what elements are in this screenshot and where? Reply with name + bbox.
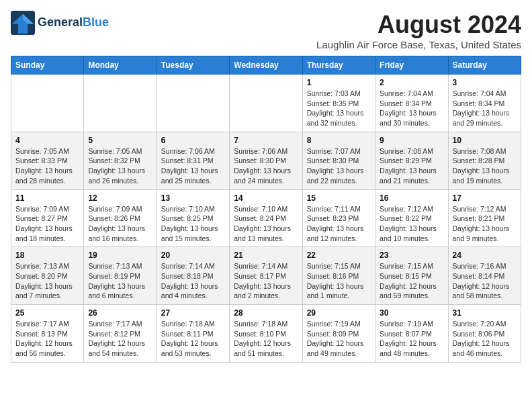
day-info: Sunrise: 7:08 AMSunset: 8:29 PMDaylight:… xyxy=(380,146,443,186)
day-number: 12 xyxy=(88,193,152,203)
day-number: 11 xyxy=(15,193,79,203)
calendar-cell: 14Sunrise: 7:10 AMSunset: 8:24 PMDayligh… xyxy=(230,189,302,247)
day-number: 15 xyxy=(307,193,371,203)
calendar-week-1: 1Sunrise: 7:03 AMSunset: 8:35 PMDaylight… xyxy=(11,75,521,132)
logo-icon xyxy=(11,11,35,35)
day-info: Sunrise: 7:04 AMSunset: 8:34 PMDaylight:… xyxy=(380,89,443,128)
day-number: 26 xyxy=(88,308,152,318)
day-info: Sunrise: 7:05 AMSunset: 8:33 PMDaylight:… xyxy=(15,146,79,186)
day-info: Sunrise: 7:19 AMSunset: 8:07 PMDaylight:… xyxy=(380,319,443,359)
calendar-cell: 12Sunrise: 7:09 AMSunset: 8:26 PMDayligh… xyxy=(84,189,157,247)
calendar-cell: 20Sunrise: 7:14 AMSunset: 8:18 PMDayligh… xyxy=(157,247,229,305)
header-day-friday: Friday xyxy=(375,56,448,75)
day-number: 5 xyxy=(88,136,152,145)
calendar-cell: 26Sunrise: 7:17 AMSunset: 8:12 PMDayligh… xyxy=(84,305,157,363)
day-number: 6 xyxy=(161,136,225,145)
calendar-cell xyxy=(157,75,229,132)
day-info: Sunrise: 7:12 AMSunset: 8:22 PMDaylight:… xyxy=(380,204,443,244)
day-number: 14 xyxy=(234,193,298,203)
day-info: Sunrise: 7:15 AMSunset: 8:16 PMDaylight:… xyxy=(307,261,371,301)
day-number: 10 xyxy=(453,136,517,145)
day-info: Sunrise: 7:08 AMSunset: 8:28 PMDaylight:… xyxy=(453,146,517,186)
page-header: GeneralBlue August 2024 Laughlin Air For… xyxy=(11,11,521,50)
header-row: SundayMondayTuesdayWednesdayThursdayFrid… xyxy=(11,56,521,75)
header-day-thursday: Thursday xyxy=(302,56,375,75)
calendar-cell: 17Sunrise: 7:12 AMSunset: 8:21 PMDayligh… xyxy=(448,189,521,247)
calendar-cell: 4Sunrise: 7:05 AMSunset: 8:33 PMDaylight… xyxy=(11,132,84,189)
day-info: Sunrise: 7:16 AMSunset: 8:14 PMDaylight:… xyxy=(453,261,517,301)
day-number: 24 xyxy=(453,250,517,260)
calendar-cell: 31Sunrise: 7:20 AMSunset: 8:06 PMDayligh… xyxy=(448,305,521,363)
calendar-cell: 8Sunrise: 7:07 AMSunset: 8:30 PMDaylight… xyxy=(302,132,375,189)
day-info: Sunrise: 7:14 AMSunset: 8:18 PMDaylight:… xyxy=(161,261,225,301)
day-number: 17 xyxy=(453,193,517,203)
calendar-week-3: 11Sunrise: 7:09 AMSunset: 8:27 PMDayligh… xyxy=(11,189,521,247)
day-info: Sunrise: 7:10 AMSunset: 8:24 PMDaylight:… xyxy=(234,204,298,244)
day-info: Sunrise: 7:06 AMSunset: 8:31 PMDaylight:… xyxy=(161,146,225,186)
title-block: August 2024 Laughlin Air Force Base, Tex… xyxy=(316,11,521,50)
calendar-cell: 13Sunrise: 7:10 AMSunset: 8:25 PMDayligh… xyxy=(157,189,229,247)
calendar-cell: 9Sunrise: 7:08 AMSunset: 8:29 PMDaylight… xyxy=(375,132,448,189)
day-number: 29 xyxy=(307,308,371,318)
day-number: 22 xyxy=(307,250,371,260)
calendar-header: SundayMondayTuesdayWednesdayThursdayFrid… xyxy=(11,56,521,75)
month-year: August 2024 xyxy=(316,11,521,39)
day-number: 3 xyxy=(453,78,517,87)
day-number: 31 xyxy=(453,308,517,318)
calendar-cell: 29Sunrise: 7:19 AMSunset: 8:09 PMDayligh… xyxy=(302,305,375,363)
calendar-cell: 15Sunrise: 7:11 AMSunset: 8:23 PMDayligh… xyxy=(302,189,375,247)
calendar-cell: 24Sunrise: 7:16 AMSunset: 8:14 PMDayligh… xyxy=(448,247,521,305)
calendar-cell: 18Sunrise: 7:13 AMSunset: 8:20 PMDayligh… xyxy=(11,247,84,305)
day-number: 1 xyxy=(307,78,371,87)
day-info: Sunrise: 7:07 AMSunset: 8:30 PMDaylight:… xyxy=(307,146,371,186)
header-day-tuesday: Tuesday xyxy=(157,56,229,75)
day-info: Sunrise: 7:17 AMSunset: 8:12 PMDaylight:… xyxy=(88,319,152,359)
calendar-cell: 21Sunrise: 7:14 AMSunset: 8:17 PMDayligh… xyxy=(230,247,302,305)
day-info: Sunrise: 7:18 AMSunset: 8:10 PMDaylight:… xyxy=(234,319,298,359)
header-day-sunday: Sunday xyxy=(11,56,84,75)
calendar-cell: 22Sunrise: 7:15 AMSunset: 8:16 PMDayligh… xyxy=(302,247,375,305)
day-info: Sunrise: 7:06 AMSunset: 8:30 PMDaylight:… xyxy=(234,146,298,186)
day-number: 16 xyxy=(380,193,443,203)
day-number: 19 xyxy=(88,250,152,260)
logo: GeneralBlue xyxy=(11,11,109,35)
day-number: 7 xyxy=(234,136,298,145)
calendar-cell: 6Sunrise: 7:06 AMSunset: 8:31 PMDaylight… xyxy=(157,132,229,189)
calendar-week-2: 4Sunrise: 7:05 AMSunset: 8:33 PMDaylight… xyxy=(11,132,521,189)
day-info: Sunrise: 7:13 AMSunset: 8:19 PMDaylight:… xyxy=(88,261,152,301)
day-info: Sunrise: 7:12 AMSunset: 8:21 PMDaylight:… xyxy=(453,204,517,244)
header-day-monday: Monday xyxy=(84,56,157,75)
calendar-cell xyxy=(230,75,302,132)
calendar-cell: 5Sunrise: 7:05 AMSunset: 8:32 PMDaylight… xyxy=(84,132,157,189)
day-info: Sunrise: 7:14 AMSunset: 8:17 PMDaylight:… xyxy=(234,261,298,301)
calendar-cell: 10Sunrise: 7:08 AMSunset: 8:28 PMDayligh… xyxy=(448,132,521,189)
day-info: Sunrise: 7:09 AMSunset: 8:27 PMDaylight:… xyxy=(15,204,79,244)
day-number: 4 xyxy=(15,136,79,145)
calendar-table: SundayMondayTuesdayWednesdayThursdayFrid… xyxy=(11,56,521,363)
day-info: Sunrise: 7:13 AMSunset: 8:20 PMDaylight:… xyxy=(15,261,79,301)
day-number: 13 xyxy=(161,193,225,203)
day-info: Sunrise: 7:03 AMSunset: 8:35 PMDaylight:… xyxy=(307,89,371,128)
calendar-cell: 2Sunrise: 7:04 AMSunset: 8:34 PMDaylight… xyxy=(375,75,448,132)
day-info: Sunrise: 7:20 AMSunset: 8:06 PMDaylight:… xyxy=(453,319,517,359)
calendar-week-4: 18Sunrise: 7:13 AMSunset: 8:20 PMDayligh… xyxy=(11,247,521,305)
day-info: Sunrise: 7:11 AMSunset: 8:23 PMDaylight:… xyxy=(307,204,371,244)
day-info: Sunrise: 7:15 AMSunset: 8:15 PMDaylight:… xyxy=(380,261,443,301)
day-number: 9 xyxy=(380,136,443,145)
day-info: Sunrise: 7:19 AMSunset: 8:09 PMDaylight:… xyxy=(307,319,371,359)
day-info: Sunrise: 7:18 AMSunset: 8:11 PMDaylight:… xyxy=(161,319,225,359)
day-number: 8 xyxy=(307,136,371,145)
day-number: 25 xyxy=(15,308,79,318)
location: Laughlin Air Force Base, Texas, United S… xyxy=(316,39,521,50)
calendar-cell: 3Sunrise: 7:04 AMSunset: 8:34 PMDaylight… xyxy=(448,75,521,132)
day-info: Sunrise: 7:04 AMSunset: 8:34 PMDaylight:… xyxy=(453,89,517,128)
calendar-cell: 27Sunrise: 7:18 AMSunset: 8:11 PMDayligh… xyxy=(157,305,229,363)
calendar-week-5: 25Sunrise: 7:17 AMSunset: 8:13 PMDayligh… xyxy=(11,305,521,363)
calendar-cell xyxy=(11,75,84,132)
day-number: 28 xyxy=(234,308,298,318)
day-number: 23 xyxy=(380,250,443,260)
day-number: 20 xyxy=(161,250,225,260)
calendar-cell: 16Sunrise: 7:12 AMSunset: 8:22 PMDayligh… xyxy=(375,189,448,247)
calendar-cell: 23Sunrise: 7:15 AMSunset: 8:15 PMDayligh… xyxy=(375,247,448,305)
day-number: 30 xyxy=(380,308,443,318)
